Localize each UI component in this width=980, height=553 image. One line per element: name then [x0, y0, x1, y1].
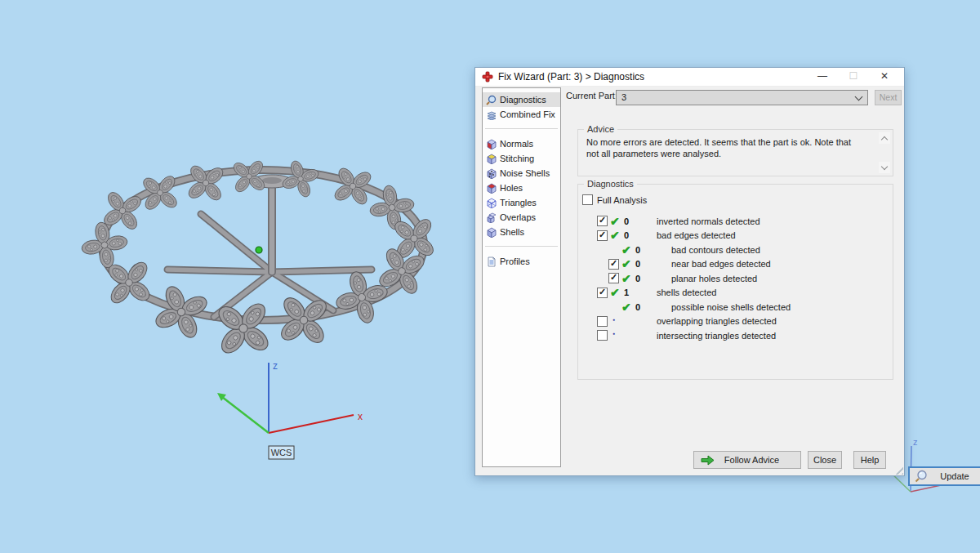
status-icon [621, 244, 635, 256]
status-icon [621, 258, 635, 270]
status-icon [610, 216, 624, 227]
status-icon [610, 287, 624, 298]
current-part-label: Current Part: [566, 87, 617, 104]
diagnostic-label: planar holes detected [671, 274, 757, 283]
diagnostic-row: intersecting triangles detected [578, 328, 893, 343]
sidebar-item-holes[interactable]: Holes [483, 181, 560, 195]
sidebar-item-normals[interactable]: Normals [483, 136, 560, 151]
diagnostic-checkbox[interactable] [597, 330, 608, 341]
diagnostics-group: Diagnostics Full Analysis 0inverted norm… [577, 184, 893, 380]
sidebar-item-stitching[interactable]: Stitching [483, 151, 560, 166]
part-model[interactable] [74, 154, 437, 357]
sidebar-item-diagnostics[interactable]: Diagnostics [483, 92, 560, 107]
diagnostic-checkbox[interactable] [608, 259, 619, 270]
diagnostic-checkbox[interactable] [597, 316, 608, 327]
diagnostic-label: near bad edges detected [671, 259, 771, 269]
diagnostic-checkbox[interactable] [597, 288, 608, 298]
profiles-document-icon [486, 256, 497, 267]
sidebar-item-label: Overlaps [500, 212, 536, 222]
sidebar-item-overlaps[interactable]: Overlaps [483, 210, 560, 225]
sidebar-separator [483, 122, 560, 136]
current-part-combobox[interactable]: 3 [616, 90, 868, 105]
next-button[interactable]: Next [875, 90, 902, 105]
sidebar-item-triangles[interactable]: Triangles [483, 195, 560, 210]
resize-grip[interactable] [893, 464, 903, 475]
z-axis-label: z [273, 360, 278, 372]
sidebar-item-label: Normals [500, 139, 533, 149]
status-icon [610, 317, 624, 326]
status-icon [621, 301, 635, 313]
maximize-button[interactable]: ☐ [841, 68, 866, 86]
green-arrow-icon [701, 455, 715, 466]
sidebar-item-label: Noise Shells [500, 168, 550, 178]
diagnostic-row: 0inverted normals detected [578, 214, 893, 229]
full-analysis-label: Full Analysis [597, 195, 647, 205]
diagnostic-label: inverted normals detected [657, 216, 760, 226]
diagnostic-label: overlapping triangles detected [657, 316, 777, 326]
scroll-up-button[interactable] [879, 132, 890, 144]
help-button[interactable]: Help [853, 451, 886, 469]
diagnostic-label: shells detected [657, 288, 716, 297]
diagnostic-count: 0 [635, 245, 640, 255]
overlaps-cube-icon [486, 212, 497, 223]
diagnostic-label: possible noise shells detected [671, 302, 791, 312]
triangles-cube-icon [486, 198, 497, 208]
titlebar[interactable]: Fix Wizard (Part: 3) > Diagnostics — ☐ ✕ [475, 68, 904, 87]
diagnostic-row: 0bad edges detected [578, 229, 893, 243]
sidebar-item-combined-fix[interactable]: Combined Fix [483, 107, 560, 122]
window-title: Fix Wizard (Part: 3) > Diagnostics [498, 68, 644, 86]
minimize-button[interactable]: — [810, 68, 835, 86]
sidebar-item-label: Holes [500, 183, 523, 193]
close-window-button[interactable]: ✕ [872, 68, 897, 86]
diagnostic-row: 0near bad edges detected [578, 257, 893, 272]
status-icon [621, 273, 635, 284]
diagnostic-label: bad edges detected [657, 230, 736, 240]
noise-shells-cube-icon [486, 168, 497, 179]
fix-wizard-cross-icon [482, 71, 493, 83]
sidebar-item-label: Combined Fix [500, 109, 555, 119]
follow-advice-label: Follow Advice [715, 455, 789, 465]
diagnostic-label: intersecting triangles detected [657, 331, 776, 341]
diagnostic-count: 0 [624, 230, 629, 240]
chevron-down-icon [855, 93, 863, 101]
sidebar-item-label: Shells [500, 227, 524, 237]
sidebar-item-noise-shells[interactable]: Noise Shells [483, 166, 560, 181]
update-button-label: Update [928, 471, 980, 481]
scroll-down-button[interactable] [879, 162, 890, 173]
diagnostics-group-label: Diagnostics [584, 179, 637, 189]
magnifier-icon [915, 470, 928, 483]
combined-fix-icon [486, 109, 497, 120]
shells-cube-icon [486, 227, 497, 238]
diagnostic-checkbox[interactable] [597, 230, 608, 241]
diagnostics-rows: 0inverted normals detected 0bad edges de… [578, 214, 893, 343]
full-analysis-checkbox[interactable] [582, 194, 593, 205]
diagnostic-row: overlapping triangles detected [578, 314, 893, 329]
diagnostic-count: 1 [624, 288, 629, 297]
close-button[interactable]: Close [808, 451, 842, 469]
diagnostic-count: 0 [635, 274, 640, 283]
sidebar-item-label: Diagnostics [500, 95, 546, 105]
sidebar-item-label: Triangles [500, 198, 537, 207]
origin-point-marker [256, 247, 262, 253]
diagnostic-checkbox[interactable] [597, 216, 608, 226]
sidebar-separator [483, 239, 560, 254]
full-analysis-row: Full Analysis [582, 194, 647, 205]
fix-wizard-dialog: Fix Wizard (Part: 3) > Diagnostics — ☐ ✕… [474, 67, 905, 476]
sidebar-item-shells[interactable]: Shells [483, 225, 560, 239]
sidebar-item-label: Stitching [500, 154, 534, 163]
follow-advice-button[interactable]: Follow Advice [693, 451, 801, 469]
holes-cube-icon [486, 183, 497, 194]
chevron-down-icon [881, 163, 888, 170]
advice-text: No more errors are detected. It seems th… [586, 137, 864, 159]
diagnostic-label: bad contours detected [671, 245, 760, 255]
diagnostic-row: 0planar holes detected [578, 271, 893, 286]
diagnostic-checkbox[interactable] [608, 273, 619, 283]
wcs-axes: z x WCS [217, 360, 363, 459]
sidebar-item-profiles[interactable]: Profiles [483, 254, 560, 269]
update-button[interactable]: Update [908, 466, 980, 486]
stitching-cube-icon [486, 154, 497, 164]
wcs-label: WCS [271, 448, 292, 457]
status-icon [610, 230, 624, 241]
status-icon [610, 331, 624, 340]
magnifier-icon [486, 95, 497, 105]
